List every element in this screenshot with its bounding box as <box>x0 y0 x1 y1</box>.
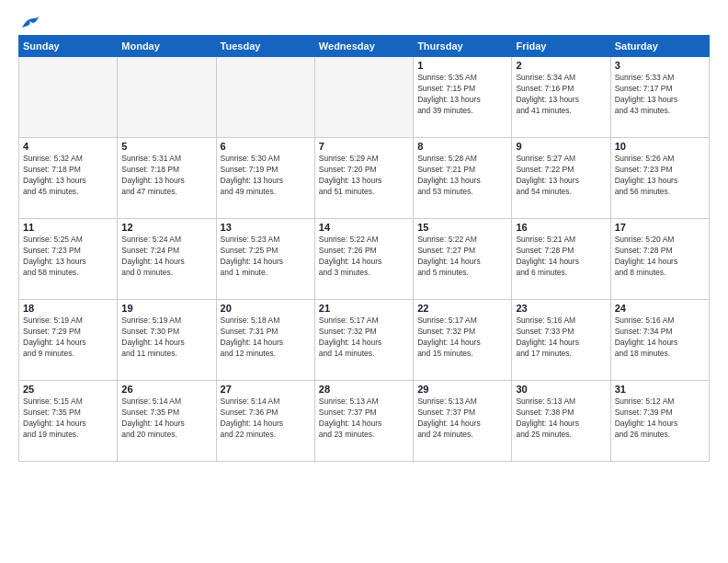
day-info: Sunrise: 5:19 AM Sunset: 7:30 PM Dayligh… <box>121 316 211 360</box>
day-number: 1 <box>417 60 507 71</box>
day-info: Sunrise: 5:33 AM Sunset: 7:17 PM Dayligh… <box>615 73 705 117</box>
day-number: 31 <box>615 384 705 395</box>
day-info: Sunrise: 5:22 AM Sunset: 7:27 PM Dayligh… <box>417 235 507 279</box>
day-number: 29 <box>417 384 507 395</box>
calendar-header-friday: Friday <box>512 36 610 57</box>
header <box>18 15 710 29</box>
calendar-cell: 19Sunrise: 5:19 AM Sunset: 7:30 PM Dayli… <box>118 300 216 381</box>
calendar-cell: 2Sunrise: 5:34 AM Sunset: 7:16 PM Daylig… <box>512 57 610 138</box>
day-number: 22 <box>417 303 507 314</box>
calendar-cell: 23Sunrise: 5:16 AM Sunset: 7:33 PM Dayli… <box>512 300 610 381</box>
day-number: 28 <box>319 384 409 395</box>
day-number: 23 <box>516 303 606 314</box>
calendar-cell: 14Sunrise: 5:22 AM Sunset: 7:26 PM Dayli… <box>314 219 413 300</box>
day-number: 26 <box>121 384 211 395</box>
day-number: 15 <box>417 222 507 233</box>
calendar-cell: 1Sunrise: 5:35 AM Sunset: 7:15 PM Daylig… <box>414 57 512 138</box>
day-number: 30 <box>516 384 606 395</box>
calendar-header-sunday: Sunday <box>19 36 118 57</box>
calendar-header-tuesday: Tuesday <box>216 36 314 57</box>
day-info: Sunrise: 5:34 AM Sunset: 7:16 PM Dayligh… <box>516 73 606 117</box>
day-info: Sunrise: 5:28 AM Sunset: 7:21 PM Dayligh… <box>417 154 507 198</box>
day-number: 4 <box>23 141 113 152</box>
calendar-cell: 22Sunrise: 5:17 AM Sunset: 7:32 PM Dayli… <box>414 300 512 381</box>
calendar-cell: 26Sunrise: 5:14 AM Sunset: 7:35 PM Dayli… <box>118 381 216 462</box>
calendar-cell: 9Sunrise: 5:27 AM Sunset: 7:22 PM Daylig… <box>512 138 610 219</box>
calendar-cell: 27Sunrise: 5:14 AM Sunset: 7:36 PM Dayli… <box>216 381 314 462</box>
calendar-header-wednesday: Wednesday <box>314 36 413 57</box>
calendar-week-5: 25Sunrise: 5:15 AM Sunset: 7:35 PM Dayli… <box>19 381 710 462</box>
day-number: 10 <box>615 141 705 152</box>
day-number: 19 <box>121 303 211 314</box>
calendar-cell: 10Sunrise: 5:26 AM Sunset: 7:23 PM Dayli… <box>610 138 709 219</box>
day-info: Sunrise: 5:14 AM Sunset: 7:35 PM Dayligh… <box>121 396 211 441</box>
day-number: 18 <box>23 303 113 314</box>
calendar-cell: 31Sunrise: 5:12 AM Sunset: 7:39 PM Dayli… <box>610 381 709 462</box>
day-info: Sunrise: 5:26 AM Sunset: 7:23 PM Dayligh… <box>615 154 705 198</box>
calendar-week-3: 11Sunrise: 5:25 AM Sunset: 7:23 PM Dayli… <box>19 219 710 300</box>
day-number: 13 <box>221 222 311 233</box>
calendar-header-row: SundayMondayTuesdayWednesdayThursdayFrid… <box>19 36 710 57</box>
day-info: Sunrise: 5:16 AM Sunset: 7:33 PM Dayligh… <box>516 316 606 360</box>
day-number: 21 <box>319 303 409 314</box>
day-info: Sunrise: 5:20 AM Sunset: 7:28 PM Dayligh… <box>615 235 705 279</box>
day-info: Sunrise: 5:13 AM Sunset: 7:37 PM Dayligh… <box>417 396 507 441</box>
calendar-header-saturday: Saturday <box>610 36 709 57</box>
day-info: Sunrise: 5:27 AM Sunset: 7:22 PM Dayligh… <box>516 154 606 198</box>
day-info: Sunrise: 5:12 AM Sunset: 7:39 PM Dayligh… <box>615 396 705 441</box>
day-info: Sunrise: 5:23 AM Sunset: 7:25 PM Dayligh… <box>221 235 311 279</box>
day-number: 17 <box>615 222 705 233</box>
day-number: 8 <box>417 141 507 152</box>
logo <box>18 15 40 29</box>
calendar-cell: 5Sunrise: 5:31 AM Sunset: 7:18 PM Daylig… <box>118 138 216 219</box>
calendar-cell: 20Sunrise: 5:18 AM Sunset: 7:31 PM Dayli… <box>216 300 314 381</box>
calendar-cell: 6Sunrise: 5:30 AM Sunset: 7:19 PM Daylig… <box>216 138 314 219</box>
day-number: 14 <box>319 222 409 233</box>
day-info: Sunrise: 5:24 AM Sunset: 7:24 PM Dayligh… <box>121 235 211 279</box>
day-number: 25 <box>23 384 113 395</box>
calendar-cell: 28Sunrise: 5:13 AM Sunset: 7:37 PM Dayli… <box>314 381 413 462</box>
day-info: Sunrise: 5:15 AM Sunset: 7:35 PM Dayligh… <box>23 396 113 441</box>
day-info: Sunrise: 5:29 AM Sunset: 7:20 PM Dayligh… <box>319 154 409 198</box>
calendar-cell: 16Sunrise: 5:21 AM Sunset: 7:28 PM Dayli… <box>512 219 610 300</box>
day-number: 9 <box>516 141 606 152</box>
calendar-cell: 24Sunrise: 5:16 AM Sunset: 7:34 PM Dayli… <box>610 300 709 381</box>
day-info: Sunrise: 5:30 AM Sunset: 7:19 PM Dayligh… <box>221 154 311 198</box>
day-number: 5 <box>121 141 211 152</box>
calendar-cell: 8Sunrise: 5:28 AM Sunset: 7:21 PM Daylig… <box>414 138 512 219</box>
logo-bird-icon <box>20 15 40 29</box>
calendar-week-4: 18Sunrise: 5:19 AM Sunset: 7:29 PM Dayli… <box>19 300 710 381</box>
calendar-cell: 29Sunrise: 5:13 AM Sunset: 7:37 PM Dayli… <box>414 381 512 462</box>
calendar-table: SundayMondayTuesdayWednesdayThursdayFrid… <box>18 35 710 462</box>
day-info: Sunrise: 5:16 AM Sunset: 7:34 PM Dayligh… <box>615 316 705 360</box>
calendar-cell: 18Sunrise: 5:19 AM Sunset: 7:29 PM Dayli… <box>19 300 118 381</box>
day-number: 12 <box>121 222 211 233</box>
day-info: Sunrise: 5:19 AM Sunset: 7:29 PM Dayligh… <box>23 316 113 360</box>
day-info: Sunrise: 5:13 AM Sunset: 7:38 PM Dayligh… <box>516 396 606 441</box>
calendar-cell: 30Sunrise: 5:13 AM Sunset: 7:38 PM Dayli… <box>512 381 610 462</box>
calendar-week-1: 1Sunrise: 5:35 AM Sunset: 7:15 PM Daylig… <box>19 57 710 138</box>
calendar-cell: 17Sunrise: 5:20 AM Sunset: 7:28 PM Dayli… <box>610 219 709 300</box>
day-number: 2 <box>516 60 606 71</box>
day-info: Sunrise: 5:22 AM Sunset: 7:26 PM Dayligh… <box>319 235 409 279</box>
day-info: Sunrise: 5:18 AM Sunset: 7:31 PM Dayligh… <box>221 316 311 360</box>
day-number: 11 <box>23 222 113 233</box>
day-number: 24 <box>615 303 705 314</box>
day-info: Sunrise: 5:13 AM Sunset: 7:37 PM Dayligh… <box>319 396 409 441</box>
calendar-cell <box>19 57 118 138</box>
calendar-cell <box>118 57 216 138</box>
day-number: 6 <box>221 141 311 152</box>
calendar-week-2: 4Sunrise: 5:32 AM Sunset: 7:18 PM Daylig… <box>19 138 710 219</box>
day-info: Sunrise: 5:35 AM Sunset: 7:15 PM Dayligh… <box>417 73 507 117</box>
day-number: 27 <box>221 384 311 395</box>
calendar-cell: 21Sunrise: 5:17 AM Sunset: 7:32 PM Dayli… <box>314 300 413 381</box>
calendar-cell: 12Sunrise: 5:24 AM Sunset: 7:24 PM Dayli… <box>118 219 216 300</box>
calendar-header-monday: Monday <box>118 36 216 57</box>
day-info: Sunrise: 5:32 AM Sunset: 7:18 PM Dayligh… <box>23 154 113 198</box>
day-number: 20 <box>221 303 311 314</box>
day-number: 3 <box>615 60 705 71</box>
day-info: Sunrise: 5:21 AM Sunset: 7:28 PM Dayligh… <box>516 235 606 279</box>
calendar-cell <box>216 57 314 138</box>
calendar-cell: 11Sunrise: 5:25 AM Sunset: 7:23 PM Dayli… <box>19 219 118 300</box>
calendar-cell: 13Sunrise: 5:23 AM Sunset: 7:25 PM Dayli… <box>216 219 314 300</box>
